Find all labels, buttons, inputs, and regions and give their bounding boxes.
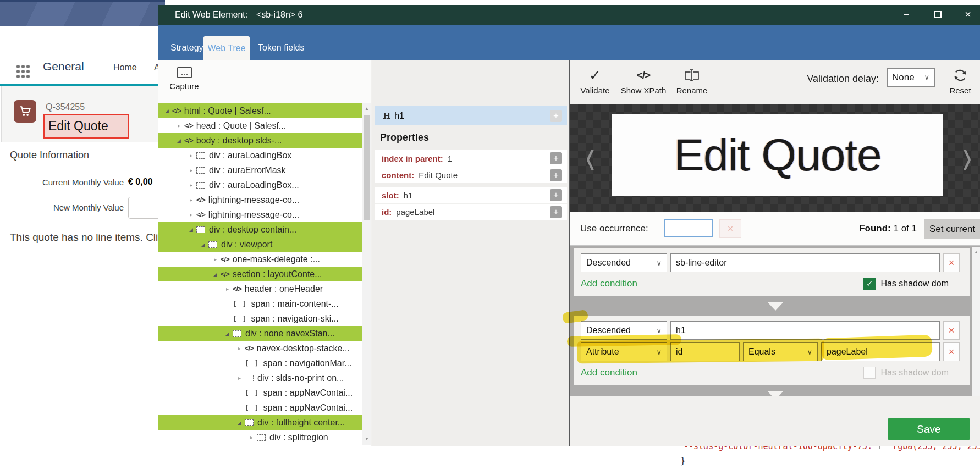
collapsed-arrow-icon[interactable]: ▸ [187,167,195,173]
close-button[interactable]: × [955,5,980,25]
condition-value-input[interactable]: h1 [670,321,940,340]
reset-button[interactable]: Reset [943,65,977,95]
found-label: Found: [859,223,891,234]
add-property-condition-button[interactable]: + [550,189,562,201]
add-property-condition-button[interactable]: + [550,169,562,181]
condition-type-select[interactable]: Descended∨ [581,321,667,340]
condition-type-value: Descended [586,258,631,268]
span-element-icon: [ ] [245,403,259,412]
add-node-condition-button[interactable]: + [550,110,562,122]
tab-web-tree[interactable]: Web Tree [203,36,250,60]
condition-row: Descended∨sb-line-editor× [581,253,963,272]
dialog-titlebar[interactable]: Edit Web Element: <sb-i18n> 6 – × [158,5,980,25]
validation-delay-select[interactable]: None ∨ [887,68,935,87]
add-condition-link[interactable]: Add condition [581,278,637,289]
expanded-arrow-icon[interactable]: ◢ [199,242,207,247]
tree-node[interactable]: ▸</>lightning-message-co... [158,192,362,207]
tree-node[interactable]: ▸div : slds-no-print on... [158,371,362,385]
expanded-arrow-icon[interactable]: ◢ [235,420,244,425]
validate-button[interactable]: ✓ Validate [576,65,614,95]
occurrence-input[interactable] [664,219,713,237]
scroll-up-icon[interactable]: ▲ [972,248,980,257]
tree-node[interactable]: ◢</>section : layoutConte... [158,267,362,281]
tree-node[interactable]: ◢div : none navexStan... [158,326,362,341]
tree-node[interactable]: ▸div : auraLoadingBox... [158,178,362,192]
property-row: content:Edit Quote+ [375,167,567,183]
tree-node[interactable]: ◢div : fullheight center... [158,415,362,430]
tree-node[interactable]: [ ]span : appNavContai... [158,400,362,415]
collapsed-arrow-icon[interactable]: ▸ [187,212,195,218]
collapsed-arrow-icon[interactable]: ▸ [235,345,244,351]
tree-node[interactable]: ▸div : auraLoadingBox [158,148,362,163]
tree-node[interactable]: ▸div : splitregion [158,430,362,445]
expanded-arrow-icon[interactable]: ◢ [163,108,171,114]
add-condition-link[interactable]: Add condition [581,367,637,378]
collapsed-arrow-icon[interactable]: ▸ [175,123,183,129]
remove-condition-button[interactable]: × [943,253,960,272]
app-launcher-icon[interactable] [16,65,30,78]
scroll-down-icon[interactable]: ▼ [362,435,371,444]
property-value: pageLabel [396,207,550,217]
expanded-arrow-icon[interactable]: ◢ [223,331,232,336]
tree-node[interactable]: ▸div : auraErrorMask [158,163,362,178]
collapsed-arrow-icon[interactable]: ▸ [187,182,195,188]
div-element-icon [196,226,205,233]
scrollbar-thumb[interactable] [364,115,370,220]
collapsed-arrow-icon[interactable]: ▸ [223,286,232,292]
tree-node[interactable]: ◢</>html : Quote | Salesf... [158,103,362,118]
rename-button[interactable]: Rename [673,65,711,95]
tab-token-fields[interactable]: Token fields [258,43,305,53]
expand-more-icon[interactable] [767,302,784,311]
tree-node[interactable]: ◢div : desktop contain... [158,222,362,237]
collapsed-arrow-icon[interactable]: ▸ [187,197,195,203]
tree-node[interactable]: ▸</>lightning-message-co... [158,207,362,222]
tree-node[interactable]: [ ]span : appNavContai... [158,385,362,400]
show-xpath-button[interactable]: </> Show XPath [618,65,669,95]
add-property-condition-button[interactable]: + [550,152,562,164]
condition-type-select[interactable]: Attribute∨ [581,342,667,361]
remove-condition-button[interactable]: × [943,342,960,361]
maximize-button[interactable] [925,5,950,25]
previous-element-icon[interactable]: ‹ [586,125,595,186]
minimize-button[interactable]: – [894,5,919,25]
collapsed-arrow-icon[interactable]: ▸ [247,434,256,440]
add-property-condition-button[interactable]: + [550,206,562,218]
scroll-up-icon[interactable]: ▲ [362,104,371,113]
set-current-button[interactable]: Set current [924,219,980,239]
tree-node-label: one-mask-delegate :... [233,255,320,264]
selected-node-header[interactable]: H h1 + [375,106,567,125]
close-icon: × [965,8,971,20]
has-shadow-dom-toggle[interactable]: ✓Has shadow dom [863,278,949,290]
operator-select[interactable]: Equals∨ [743,342,818,361]
tree-node[interactable]: [ ]span : navigationMar... [158,356,362,371]
tree-node[interactable]: ▸</>header : oneHeader [158,281,362,296]
tree-node[interactable]: [ ]span : main-content-... [158,296,362,311]
collapsed-arrow-icon[interactable]: ▸ [187,152,195,158]
save-button[interactable]: Save [888,418,970,440]
collapsed-arrow-icon[interactable]: ▸ [235,375,244,381]
tree-node[interactable]: ▸</>navex-desktop-stacke... [158,341,362,356]
tree-node[interactable]: ▸</>one-mask-delegate :... [158,252,362,267]
attribute-name-input[interactable]: id [670,342,740,361]
tree-node[interactable]: [ ]span : navigation-ski... [158,311,362,326]
tree-node-label: div : auraLoadingBox [209,151,291,161]
expanded-arrow-icon[interactable]: ◢ [211,272,219,277]
checked-checkbox-icon[interactable]: ✓ [863,278,876,290]
tree-node[interactable]: ▸</>head : Quote | Salesf... [158,118,362,133]
tab-strategy[interactable]: Strategy [170,43,203,53]
attribute-value-input[interactable]: pageLabel [821,342,940,361]
expanded-arrow-icon[interactable]: ◢ [175,138,183,143]
reset-icon [943,65,977,85]
condition-type-select[interactable]: Descended∨ [581,253,667,272]
element-preview-text: Edit Quote [674,129,881,181]
nav-item-home[interactable]: Home [113,63,137,73]
tree-scrollbar[interactable]: ▲ ▼ [362,103,371,445]
remove-condition-button[interactable]: × [943,321,960,340]
next-element-icon[interactable]: › [962,125,972,186]
condition-value-input[interactable]: sb-line-editor [670,253,940,272]
expanded-arrow-icon[interactable]: ◢ [187,227,195,233]
tree-node[interactable]: ◢</>body : desktop slds-... [158,133,362,148]
tree-node[interactable]: ◢div : viewport [158,237,362,252]
capture-button[interactable]: Capture [163,67,206,91]
collapsed-arrow-icon[interactable]: ▸ [211,256,219,262]
